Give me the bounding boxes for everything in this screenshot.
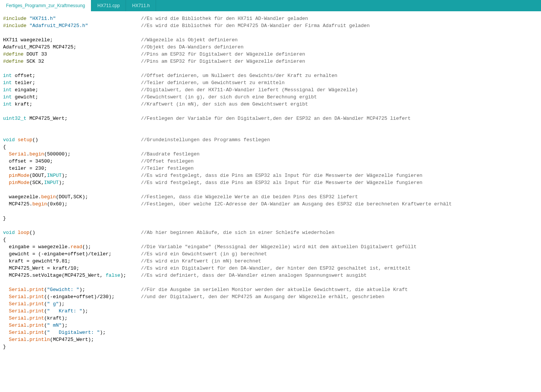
code-line: #define DOUT 33 //Pins am ESP32 für Digi… xyxy=(3,51,538,58)
code-line: { xyxy=(3,236,538,243)
code-line: MCP4725_Wert = kraft/10; //Es wird ein D… xyxy=(3,265,538,272)
tab-bar: Fertiges_Programm_zur_KraftmessungHX711.… xyxy=(0,0,541,11)
code-line: offset = 34500; //Offset festlegen xyxy=(3,158,538,165)
code-line: kraft = gewicht*9.81; //Es wird ein Kraf… xyxy=(3,258,538,265)
code-line: Serial.println(MCP4725_Wert); xyxy=(3,336,538,343)
code-line: MCP4725.begin(0x60); //Festlegen, über w… xyxy=(3,201,538,208)
code-line xyxy=(3,208,538,215)
code-line xyxy=(3,122,538,129)
code-line: eingabe = waegezelle.read(); //Die Varia… xyxy=(3,243,538,250)
code-line: pinMode(DOUT,INPUT); //Es wird festgeleg… xyxy=(3,172,538,179)
code-line: MCP4725.setVoltage(MCP4725_Wert, false);… xyxy=(3,272,538,279)
code-line: #include "HX711.h" //Es wird die Bibliot… xyxy=(3,15,538,22)
code-line: } xyxy=(3,215,538,222)
code-line: } xyxy=(3,343,538,350)
code-line: uint32_t MCP4725_Wert; //Festlegen der V… xyxy=(3,115,538,122)
code-line: int teiler; //Teiler definieren, um Gewi… xyxy=(3,79,538,86)
code-line: Serial.begin(500000); //Baudrate festleg… xyxy=(3,151,538,158)
code-line xyxy=(3,222,538,229)
code-editor[interactable]: #include "HX711.h" //Es wird die Bibliot… xyxy=(0,11,541,354)
tab-2[interactable]: HX711.h xyxy=(126,0,156,11)
code-line: gewicht = (-eingabe+offset)/teiler; //Es… xyxy=(3,250,538,258)
code-line xyxy=(3,279,538,286)
tab-0[interactable]: Fertiges_Programm_zur_Kraftmessung xyxy=(0,0,91,11)
code-line: waegezelle.begin(DOUT,SCK); //Festlegen,… xyxy=(3,193,538,201)
code-line: int gewicht; //Gewichtswert (in g), der … xyxy=(3,93,538,101)
code-line: Adafruit_MCP4725 MCP4725; //Objekt des D… xyxy=(3,44,538,51)
code-line: teiler = 230; //Teiler festlegen xyxy=(3,165,538,172)
code-line: void setup() //Grundeinstellungen des Pr… xyxy=(3,136,538,143)
code-line: HX711 waegezelle; //Wägezelle als Objekt… xyxy=(3,36,538,44)
code-line xyxy=(3,186,538,193)
code-line xyxy=(3,129,538,136)
code-line: void loop() //Ab hier beginnen Abläufe, … xyxy=(3,229,538,236)
code-line: #include "Adafruit_MCP4725.h" //Es wird … xyxy=(3,22,538,29)
code-line xyxy=(3,65,538,72)
code-line: Serial.print("Gewicht: "); //Für die Aus… xyxy=(3,286,538,293)
code-line xyxy=(3,29,538,36)
code-line: Serial.print(" g"); xyxy=(3,300,538,308)
code-line xyxy=(3,108,538,115)
code-line: Serial.print((-eingabe+offset)/230); //u… xyxy=(3,293,538,300)
code-line: Serial.print(kraft); xyxy=(3,315,538,322)
code-line: pinMode(SCK,INPUT); //Es wird festgelegt… xyxy=(3,179,538,186)
code-line: int offset; //Offset definieren, um Null… xyxy=(3,72,538,79)
code-line: int kraft; //Kraftwert (in mN), der sich… xyxy=(3,101,538,108)
code-line: Serial.print(" Kraft: "); xyxy=(3,308,538,315)
code-line: Serial.print(" Digitalwert: "); xyxy=(3,329,538,336)
code-line: { xyxy=(3,143,538,151)
tab-1[interactable]: HX711.cpp xyxy=(91,0,126,11)
code-line: int eingabe; //Digitalwert, den der HX71… xyxy=(3,86,538,93)
code-line: #define SCK 32 //Pins am ESP32 für Digit… xyxy=(3,58,538,65)
code-line: Serial.print(" mN"); xyxy=(3,322,538,329)
